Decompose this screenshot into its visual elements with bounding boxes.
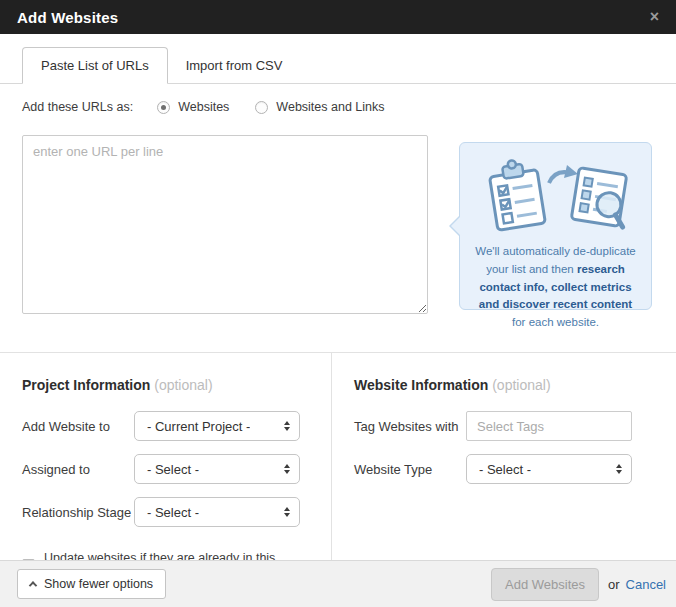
relationship-stage-select[interactable]: - Select - [134, 497, 300, 527]
radio-unselected-icon [255, 101, 268, 114]
website-type-label: Website Type [354, 462, 466, 477]
select-stepper-icon [284, 507, 290, 517]
website-information-heading: Website Information (optional) [354, 377, 654, 393]
add-website-to-label: Add Website to [22, 419, 134, 434]
chevron-up-icon [29, 581, 37, 589]
optional-label: (optional) [492, 377, 550, 393]
select-value: - Select - [147, 505, 199, 520]
tab-bar: Paste List of URLs Import from CSV [0, 34, 676, 84]
url-entry-panel: Add these URLs as: Websites Websites and… [0, 84, 676, 352]
add-websites-button[interactable]: Add Websites [491, 568, 599, 601]
cancel-link[interactable]: Cancel [626, 577, 666, 592]
or-text: or [608, 577, 620, 592]
modal-header: Add Websites × [0, 0, 676, 34]
url-entry-row: We'll automatically de-duplicate your li… [22, 135, 654, 314]
info-callout: We'll automatically de-duplicate your li… [459, 142, 652, 310]
heading-text: Website Information [354, 377, 488, 393]
project-information-column: Project Information (optional) Add Websi… [0, 353, 332, 560]
tab-paste-list-of-urls[interactable]: Paste List of URLs [22, 47, 168, 84]
website-type-select[interactable]: - Select - [466, 454, 632, 484]
assigned-to-select[interactable]: - Select - [134, 454, 300, 484]
show-fewer-options-label: Show fewer options [44, 577, 153, 591]
radio-group-label: Add these URLs as: [22, 100, 133, 114]
add-urls-as-radio-group: Add these URLs as: Websites Websites and… [22, 84, 654, 114]
select-value: - Select - [479, 462, 531, 477]
callout-text-regular-2: for each website. [512, 316, 599, 328]
tag-websites-with-label: Tag Websites with [354, 419, 466, 434]
url-list-textarea[interactable] [22, 135, 428, 314]
select-stepper-icon [284, 421, 290, 431]
radio-selected-icon [157, 101, 170, 114]
select-tags-input[interactable] [466, 411, 632, 441]
select-value: - Current Project - [147, 419, 250, 434]
modal-footer: Show fewer options Add Websites or Cance… [0, 560, 676, 607]
radio-option-websites[interactable]: Websites [157, 100, 229, 114]
website-type-row: Website Type - Select - [354, 454, 654, 484]
relationship-stage-label: Relationship Stage [22, 505, 134, 520]
tab-import-from-csv[interactable]: Import from CSV [168, 48, 301, 83]
add-website-to-select[interactable]: - Current Project - [134, 411, 300, 441]
radio-option-label: Websites and Links [276, 100, 384, 114]
select-stepper-icon [616, 464, 622, 474]
modal-title: Add Websites [17, 9, 118, 26]
radio-option-label: Websites [178, 100, 229, 114]
assigned-to-label: Assigned to [22, 462, 134, 477]
assigned-to-row: Assigned to - Select - [22, 454, 309, 484]
add-website-to-row: Add Website to - Current Project - [22, 411, 309, 441]
select-value: - Select - [147, 462, 199, 477]
heading-text: Project Information [22, 377, 150, 393]
callout-message: We'll automatically de-duplicate your li… [472, 243, 639, 332]
show-fewer-options-button[interactable]: Show fewer options [17, 569, 166, 599]
footer-actions: Add Websites or Cancel [491, 568, 666, 601]
options-section: Project Information (optional) Add Websi… [0, 352, 676, 560]
add-websites-modal: Add Websites × Paste List of URLs Import… [0, 0, 676, 607]
relationship-stage-row: Relationship Stage - Select - [22, 497, 309, 527]
project-information-heading: Project Information (optional) [22, 377, 309, 393]
close-icon[interactable]: × [650, 9, 659, 25]
website-information-column: Website Information (optional) Tag Websi… [332, 353, 676, 560]
optional-label: (optional) [154, 377, 212, 393]
dedupe-research-illustration [477, 157, 635, 235]
tag-websites-row: Tag Websites with [354, 411, 654, 441]
select-stepper-icon [284, 464, 290, 474]
radio-option-websites-and-links[interactable]: Websites and Links [255, 100, 384, 114]
